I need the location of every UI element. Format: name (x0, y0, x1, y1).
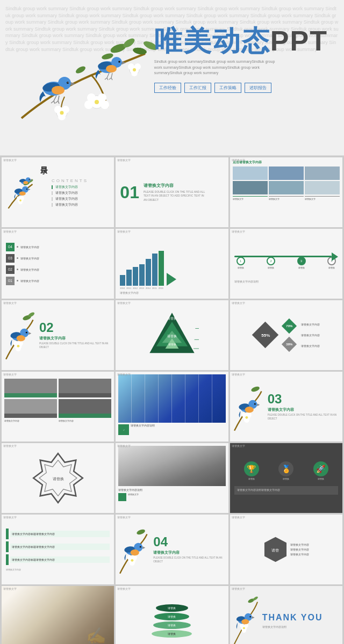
hands-icon: ✍ (86, 626, 106, 644)
green-bar-2 (6, 541, 9, 552)
photo-10-4 (59, 399, 111, 418)
bar-chart-label: 请替换文字内容 (120, 291, 224, 294)
slide-7-label: 请替换文字 (3, 301, 17, 305)
svg-line-34 (58, 101, 59, 104)
hero-title: 唯美动态PPT (154, 27, 328, 55)
slide-5[interactable]: 请替换文字 2010 2011 2012 2013 2014 (116, 229, 228, 299)
icon-rocket: 🚀 (313, 461, 328, 476)
timeline-label-1: 请替换 (238, 266, 244, 269)
section-03-title: 请替换文字内容 (268, 407, 340, 413)
icon-rocket-label: 请替换 (318, 477, 324, 480)
svg-line-32 (58, 96, 59, 101)
bar-label-1: 2010 (120, 287, 125, 290)
svg-point-40 (106, 65, 117, 73)
photo-10-3 (4, 399, 57, 418)
slide-9[interactable]: 请替换文字 55% 70% 38% (230, 300, 342, 370)
slide-4-label: 请替换文字 (3, 230, 17, 233)
slide-19[interactable]: 请替换文字 请替换 请替换 请替换 请替换 (116, 586, 228, 644)
section-04-desc: PLEASE DOUBLE CLICK ON THE TITLE AND ALL… (153, 556, 225, 564)
slide-3[interactable]: 请替换文字 点击请替换文字内容 请替换文字 请替换文字 请替换文字 (230, 157, 342, 227)
timeline-label-2: 请替换 (268, 266, 274, 269)
slide-20[interactable]: 请替换文字 (230, 586, 342, 644)
slide-12-label: 请替换文字 (232, 373, 245, 376)
bar-label-5: 2014 (146, 287, 150, 290)
dot-3 (17, 257, 18, 259)
slide-11[interactable]: 请替换文字 ✓ 请替换文字内容说 (116, 372, 228, 442)
slide-13-label: 请替换文字 (3, 444, 17, 447)
hands-photo-bg: ✍ (2, 586, 114, 644)
num-text-1: 请替换文字内容 (20, 279, 39, 283)
slide-19-label: 请替换文字 (117, 587, 131, 590)
timeline-desc: 请替换文字内容说明 (234, 280, 338, 284)
slide-14-label: 请替换文字 (117, 444, 131, 447)
svg-marker-130 (252, 616, 255, 619)
svg-marker-75 (28, 332, 31, 335)
dot-4 (17, 246, 18, 248)
svg-point-65 (23, 181, 28, 184)
num-badge-1: 01 (6, 277, 15, 285)
slide-15-label: 请替换文字 (232, 444, 245, 447)
photo-10-3-label (4, 414, 57, 418)
slide-15[interactable]: 请替换文字 🏆 请替换 🏅 请替换 🚀 请替换 请替换文字内容说明请替换文字内容 (230, 443, 342, 513)
section-02-title: 请替换文字内容 (39, 336, 111, 341)
num-badge-3: 03 (6, 254, 15, 263)
bar-label-6: 2015 (152, 287, 157, 290)
layer-2: 请替换 (154, 613, 189, 620)
num-text-2: 请替换文字内容 (20, 268, 39, 271)
section-02-desc: PLEASE DOUBLE CLICK ON THE TITLE AND ALL… (39, 342, 111, 350)
slide-10[interactable]: 请替换文字 请替换文字内容 请替换文字内容 (2, 372, 114, 442)
svg-marker-56 (28, 189, 31, 190)
slide-16-footer: 请替换文字内容 (6, 568, 110, 571)
slide-21[interactable]: 请替换文字 ✍ (2, 586, 114, 644)
icon-medal: 🏅 (278, 461, 293, 476)
slide-7[interactable]: 请替换文字 (2, 300, 114, 370)
slide-11-label: 请替换文字 (117, 373, 131, 376)
diamond-desc-1: 请替换文字内容 (301, 323, 320, 326)
timeline-label-4: 请替换 (328, 266, 335, 269)
hero-btn-4[interactable]: 述职报告 (245, 83, 271, 93)
slide-13[interactable]: 请替换文字 请替换 (2, 443, 114, 513)
icon-trophy: 🏆 (244, 461, 259, 476)
diamond-desc-3: 请替换文字内容 (301, 344, 320, 348)
layer-3: 请替换 (153, 621, 191, 629)
svg-point-38 (118, 61, 120, 63)
svg-point-10 (84, 100, 93, 109)
photo-10-1 (4, 379, 57, 397)
slide-1[interactable]: 请替换文字 (2, 157, 114, 227)
svg-point-26 (68, 82, 68, 83)
svg-point-124 (240, 624, 244, 628)
num-badge-4: 04 (6, 243, 15, 251)
slides-grid: 请替换文字 (0, 156, 344, 644)
slide-14[interactable]: 请替换文字 请替换文字内容说明 请替换文字 (116, 443, 228, 513)
svg-point-97 (245, 416, 248, 419)
svg-point-131 (249, 616, 251, 618)
pct-1: 55% (261, 333, 270, 338)
layer-1: 请替换 (156, 604, 188, 612)
building-photo (118, 374, 225, 423)
hero-btn-1[interactable]: 工作经验 (154, 83, 181, 93)
slide-18[interactable]: 请替换文字 请替 请替换文字内容 请替换文字内容 请替换文字内容 (230, 515, 342, 584)
slide-21-label: 请替换文字 (3, 587, 17, 590)
slide-6[interactable]: 请替换文字 1 请替换 2 请替换 3 请替换 (230, 229, 342, 299)
slide-4[interactable]: 请替换文字 04 请替换文字内容 03 请替换文字内容 02 请替换文字内容 0… (2, 229, 114, 299)
keyboard-photo (118, 446, 225, 486)
mulu-item-3: 请替换文字内容 (52, 197, 111, 201)
photo-label-1: 请替换文字 (233, 196, 268, 200)
slide-10-label: 请替换文字 (3, 373, 17, 376)
photo-3 (305, 167, 340, 180)
hex-desc-1: 请替换文字内容 (290, 543, 309, 546)
photo-10-2 (59, 379, 111, 397)
slide-1-label: 请替换文字 (3, 158, 17, 162)
building-desc: 请替换文字内容说明 (131, 424, 155, 435)
svg-point-53 (19, 199, 22, 201)
slide-8[interactable]: 请替换文字 请替换 请替换 请替换 请替换文字 请替换文字 请替换文字 (116, 300, 228, 370)
slide-12[interactable]: 请替换文字 (230, 372, 342, 442)
hero-btn-2[interactable]: 工作汇报 (184, 83, 211, 93)
svg-line-43 (107, 78, 108, 80)
hero-btn-3[interactable]: 工作策略 (214, 83, 241, 93)
svg-line-45 (109, 78, 111, 79)
photo-6 (305, 181, 340, 194)
slide-16[interactable]: 请替换文字 请替换文字内容标题请替换文字内容 请替换文字内容标题请替换文字内容 … (2, 515, 114, 584)
slide-17[interactable]: 请替换文字 (116, 515, 228, 584)
slide-2[interactable]: 请替换文字 01 请替换文字内容 PLEASE DOUBLE CLICK ON … (116, 157, 228, 227)
